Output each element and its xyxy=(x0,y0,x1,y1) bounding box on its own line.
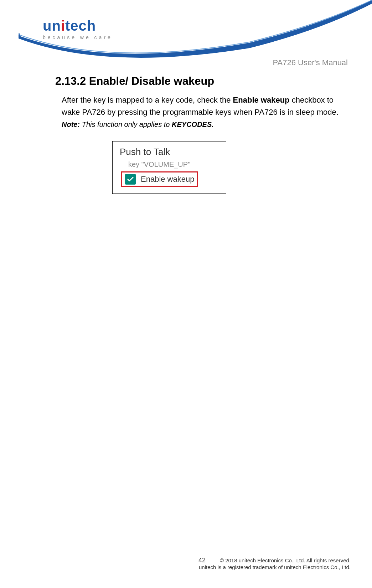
logo-tagline: because we care xyxy=(43,35,113,40)
body-paragraph: After the key is mapped to a key code, c… xyxy=(62,94,352,130)
checkbox-checked-icon[interactable] xyxy=(125,174,136,185)
note-text: This function only applies to xyxy=(80,120,172,128)
logo: unitech because we care xyxy=(43,18,113,40)
section-title: 2.13.2 Enable/ Disable wakeup xyxy=(55,75,352,88)
logo-text: unitech xyxy=(43,18,113,34)
page-number: 42 xyxy=(198,557,206,564)
note-bold: KEYCODES. xyxy=(172,120,214,128)
inner-title: Push to Talk xyxy=(120,146,220,158)
checkbox-label: Enable wakeup xyxy=(141,175,194,184)
content-area: 2.13.2 Enable/ Disable wakeup After the … xyxy=(55,75,352,194)
footer: 42 © 2018 unitech Electronics Co., Ltd. … xyxy=(198,557,351,570)
body-pre: After the key is mapped to a key code, c… xyxy=(62,96,233,104)
note-label: Note: xyxy=(62,120,80,128)
note: Note: This function only applies to KEYC… xyxy=(62,120,214,128)
enable-wakeup-checkbox-row[interactable]: Enable wakeup xyxy=(121,171,198,187)
inner-key-label: key "VOLUME_UP" xyxy=(128,160,220,169)
footer-trademark: unitech is a registered trademark of uni… xyxy=(198,564,351,570)
logo-part2: tech xyxy=(65,18,96,33)
logo-dot-icon: i xyxy=(61,18,65,33)
embedded-screenshot: Push to Talk key "VOLUME_UP" Enable wake… xyxy=(112,141,226,194)
header-title: PA726 User's Manual xyxy=(273,58,348,67)
footer-copyright: © 2018 unitech Electronics Co., Ltd. All… xyxy=(220,557,351,563)
body-bold-term: Enable wakeup xyxy=(233,96,290,104)
logo-part1: un xyxy=(43,18,61,33)
